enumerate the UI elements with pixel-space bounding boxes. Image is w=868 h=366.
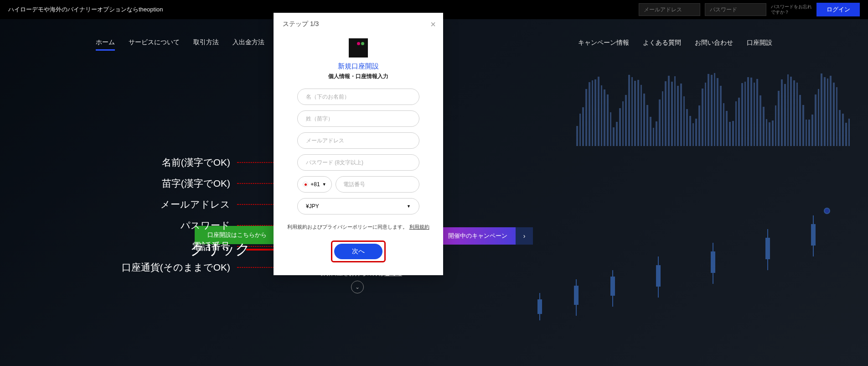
modal-heading: 新規口座開設 — [283, 62, 434, 71]
brand-logo — [349, 38, 368, 58]
nav-about[interactable]: サービスについて — [129, 38, 180, 51]
nav-deposit[interactable]: 入出金方法 — [232, 38, 264, 51]
site-tagline: ハイローデモや海外のバイナリーオプションならtheoption — [8, 5, 163, 14]
chevron-right-icon: › — [516, 227, 533, 245]
terms-link[interactable]: 利用規約 — [409, 224, 429, 230]
annot-label-2: 苗字(漢字でOK) — [93, 177, 230, 190]
svg-rect-11 — [766, 238, 770, 259]
modal-subheading: 個人情報・口座情報入力 — [283, 73, 434, 80]
nav-home[interactable]: ホーム — [96, 38, 115, 51]
forgot-password-link[interactable]: パスワードをお忘れですか？ — [771, 4, 812, 15]
svg-rect-3 — [574, 286, 578, 304]
last-name-input[interactable] — [297, 110, 419, 127]
next-highlight: 次へ — [331, 241, 386, 262]
terms-text: 利用規約およびプライバシーポリシーに同意します。 利用規約 — [283, 224, 434, 230]
annot-label-6: 口座通貨(そのままでOK) — [93, 261, 230, 274]
svg-rect-1 — [538, 300, 542, 314]
flag-jp-icon — [303, 182, 308, 187]
next-button[interactable]: 次へ — [334, 244, 382, 259]
first-name-input[interactable] — [297, 89, 419, 105]
nav-open-account[interactable]: 口座開設 — [747, 39, 772, 50]
email-field[interactable] — [639, 3, 700, 16]
svg-rect-7 — [656, 266, 660, 286]
password-input[interactable] — [297, 154, 419, 171]
svg-rect-5 — [611, 277, 615, 295]
svg-rect-13 — [811, 225, 815, 245]
phone-country-select[interactable]: +81 ▼ — [297, 176, 332, 193]
phone-input[interactable] — [336, 176, 419, 193]
signup-modal: ステップ 1/3 × 新規口座開設 個人情報・口座情報入力 +81 ▼ ¥JPY… — [274, 13, 443, 275]
annot-label-3: メールアドレス — [93, 198, 230, 211]
caret-down-icon: ▼ — [407, 204, 411, 209]
caret-down-icon: ▼ — [322, 182, 326, 187]
nav-contact[interactable]: お問い合わせ — [695, 39, 733, 50]
chevron-down-icon[interactable]: ⌄ — [351, 281, 364, 293]
campaign-banner[interactable]: 開催中のキャンペーン › — [440, 227, 533, 245]
currency-select[interactable]: ¥JPY ▼ — [297, 198, 419, 214]
nav-trading[interactable]: 取引方法 — [193, 38, 219, 51]
close-icon[interactable]: × — [430, 19, 436, 30]
annot-label-1: 名前(漢字でOK) — [93, 156, 230, 169]
candlestick-decor — [522, 202, 841, 339]
annot-label-4: パスワード — [93, 219, 230, 232]
nav-campaign[interactable]: キャンペーン情報 — [578, 39, 629, 50]
nav-faq[interactable]: よくある質問 — [643, 39, 681, 50]
password-field[interactable] — [705, 3, 766, 16]
email-input[interactable] — [297, 132, 419, 149]
campaign-label: 開催中のキャンペーン — [440, 227, 516, 245]
modal-step: ステップ 1/3 — [283, 20, 434, 28]
login-button[interactable]: ログイン — [816, 3, 860, 16]
svg-rect-9 — [711, 252, 715, 272]
svg-point-14 — [824, 208, 830, 214]
click-label: クリック — [190, 240, 250, 260]
